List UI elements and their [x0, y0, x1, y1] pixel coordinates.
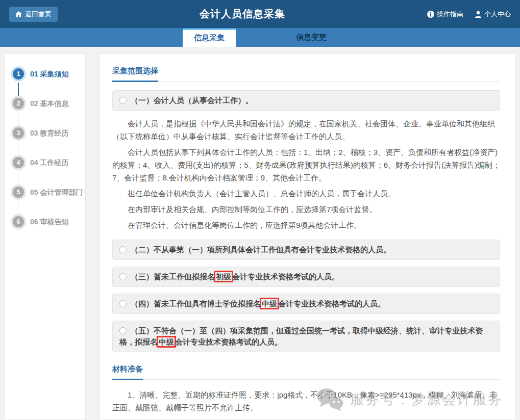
radio-circle-icon[interactable] — [119, 97, 127, 104]
step-label: 03 教育经历 — [30, 129, 68, 138]
step-review-notice[interactable]: 6 06 审核告知 — [5, 214, 85, 244]
back-home-label: 返回首页 — [25, 10, 52, 19]
step-number-badge: 1 — [13, 68, 24, 80]
step-number-badge: 5 — [13, 187, 24, 198]
scope-paragraph: 担任单位会计机构负责人（会计主管人员）、总会计师的人员，属于会计人员。 — [112, 187, 500, 200]
red-highlight-box: 中级 — [260, 298, 279, 309]
radio-circle-icon[interactable] — [119, 327, 127, 334]
personal-center-label: 个人中心 — [484, 10, 511, 19]
step-label: 06 审核告知 — [30, 218, 68, 227]
steps-sidebar: 1 01 采集须知 2 02 基本信息 3 03 教育经历 4 04 工作经历 … — [4, 54, 86, 420]
app-header: 返回首页 会计人员信息采集 操作指南 个人中心 — [0, 0, 520, 28]
scope-option-5[interactable]: （五）不符合（一）至（四）项采集范围，但通过全国统一考试，取得中级经济、统计、审… — [112, 321, 500, 352]
materials-section-title: 材料准备 — [112, 364, 143, 380]
info-circle-icon — [427, 11, 434, 18]
materials-list: 1、清晰、完整、近期的标准证件照，要求：jpg格式，不小于10KB，像素>=29… — [112, 388, 500, 420]
radio-circle-icon[interactable] — [119, 246, 127, 253]
scope-option-4-label: （四）暂未工作但具有博士学位拟报名中级会计专业技术资格考试的人员。 — [131, 299, 385, 308]
radio-circle-icon[interactable] — [119, 273, 127, 280]
step-number-badge: 3 — [13, 127, 24, 139]
scope-option-1-label: （一）会计人员（从事会计工作）。 — [131, 96, 253, 104]
scope-option-3[interactable]: （三）暂未工作但拟报名初级会计专业技术资格考试的人员。 — [112, 267, 500, 287]
scope-description: 会计人员，是指根据《中华人民共和国会计法》的规定，在国家机关、社会团体、企业、事… — [112, 117, 500, 231]
guide-label: 操作指南 — [437, 10, 463, 19]
step-accounting-dept[interactable]: 5 05 会计管理部门 — [5, 185, 85, 214]
step-basic-info[interactable]: 2 02 基本信息 — [5, 96, 85, 125]
tab-bar: 信息采集 信息变更 — [0, 28, 520, 47]
scope-paragraph: 在内部审计及相关合规、内部控制等岗位工作的，应选择第7项会计监督。 — [112, 203, 500, 216]
page-title: 会计人员信息采集 — [58, 7, 427, 21]
scope-section-title: 采集范围选择 — [112, 66, 158, 82]
red-highlight-box: 初级 — [214, 271, 233, 282]
materials-item: 1、清晰、完整、近期的标准证件照，要求：jpg格式，不小于10KB，像素>=29… — [112, 388, 500, 414]
scope-option-4[interactable]: （四）暂未工作但具有博士学位拟报名中级会计专业技术资格考试的人员。 — [112, 294, 500, 314]
step-work-history[interactable]: 4 04 工作经历 — [5, 155, 85, 185]
tab-info-change[interactable]: 信息变更 — [280, 28, 343, 47]
user-icon — [475, 11, 482, 18]
home-icon — [15, 11, 22, 17]
main-panel: 采集范围选择 （一）会计人员（从事会计工作）。 会计人员，是指根据《中华人民共和… — [100, 54, 516, 420]
step-number-badge: 4 — [13, 157, 24, 168]
scope-option-2-label: （二）不从事第（一）项所列具体会计工作但具有会计专业技术资格的人员。 — [131, 245, 391, 254]
step-label: 04 工作经历 — [30, 159, 68, 168]
radio-circle-icon[interactable] — [119, 300, 127, 307]
materials-item: 2、有效身份证件。 — [112, 417, 500, 420]
step-connector — [18, 142, 18, 156]
step-label: 02 基本信息 — [30, 99, 68, 109]
scope-paragraph: 会计人员，是指根据《中华人民共和国会计法》的规定，在国家机关、社会团体、企业、事… — [112, 117, 500, 143]
personal-center-link[interactable]: 个人中心 — [475, 10, 511, 19]
guide-link[interactable]: 操作指南 — [427, 10, 463, 19]
step-collection-notice[interactable]: 1 01 采集须知 — [5, 66, 85, 96]
step-label: 05 会计管理部门 — [30, 188, 83, 197]
header-menu: 操作指南 个人中心 — [427, 10, 511, 19]
step-number-badge: 6 — [13, 216, 24, 227]
tab-info-collect[interactable]: 信息采集 — [183, 28, 236, 47]
scope-option-3-label: （三）暂未工作但拟报名初级会计专业技术资格考试的人员。 — [131, 272, 339, 281]
scope-section-header: 采集范围选择 — [112, 66, 500, 82]
red-highlight-box: 中级 — [157, 336, 176, 348]
content-area: 1 01 采集须知 2 02 基本信息 3 03 教育经历 4 04 工作经历 … — [0, 47, 520, 420]
step-connector — [18, 201, 18, 215]
materials-section-header: 材料准备 — [112, 364, 500, 380]
scope-option-1[interactable]: （一）会计人员（从事会计工作）。 — [112, 90, 500, 111]
step-number-badge: 2 — [13, 98, 24, 109]
scope-option-2[interactable]: （二）不从事第（一）项所列具体会计工作但具有会计专业技术资格的人员。 — [112, 240, 500, 260]
step-connector — [18, 112, 18, 126]
step-education[interactable]: 3 03 教育经历 — [5, 125, 85, 155]
step-connector — [18, 171, 18, 186]
scope-paragraph: 会计人员包括从事下列具体会计工作的人员：包括：1、出纳；2、稽核；3、资产、负债… — [112, 146, 500, 184]
back-home-button[interactable]: 返回首页 — [9, 7, 58, 22]
scope-option-5-label: （五）不符合（一）至（四）项采集范围，但通过全国统一考试，取得中级经济、统计、审… — [119, 326, 483, 346]
scope-paragraph: 在管理会计、会计信息化等岗位工作的，应选择第9项其他会计工作。 — [112, 219, 500, 231]
step-connector — [18, 83, 19, 97]
step-label: 01 采集须知 — [30, 70, 68, 79]
